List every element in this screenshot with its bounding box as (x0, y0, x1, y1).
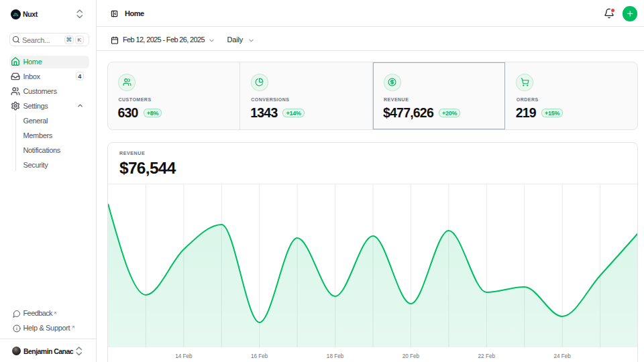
svg-text:18 Feb: 18 Feb (326, 353, 343, 359)
svg-text:20 Feb: 20 Feb (402, 353, 419, 359)
svg-text:14 Feb: 14 Feb (175, 353, 193, 359)
svg-text:24 Feb: 24 Feb (553, 353, 571, 359)
svg-text:22 Feb: 22 Feb (478, 353, 495, 359)
svg-text:16 Feb: 16 Feb (250, 353, 268, 359)
